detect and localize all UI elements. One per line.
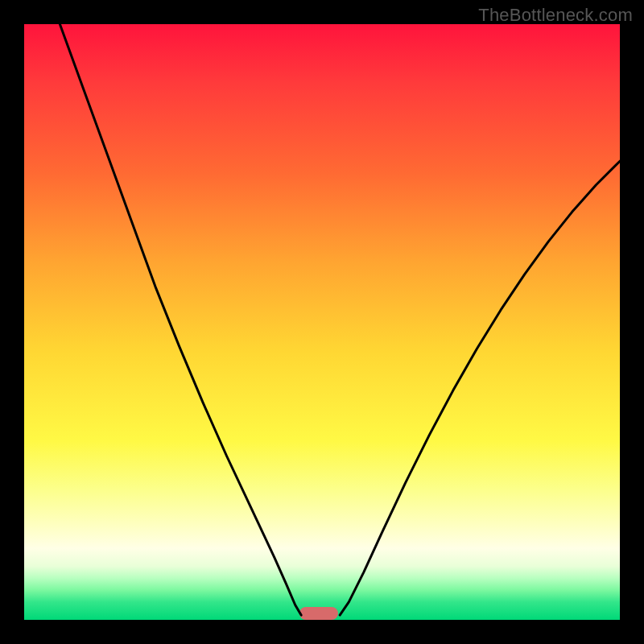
curve-layer <box>24 24 620 620</box>
chart-frame: TheBottleneck.com <box>0 0 644 644</box>
watermark-text: TheBottleneck.com <box>478 5 633 26</box>
left-branch-path <box>60 24 301 615</box>
right-branch-path <box>340 161 620 615</box>
